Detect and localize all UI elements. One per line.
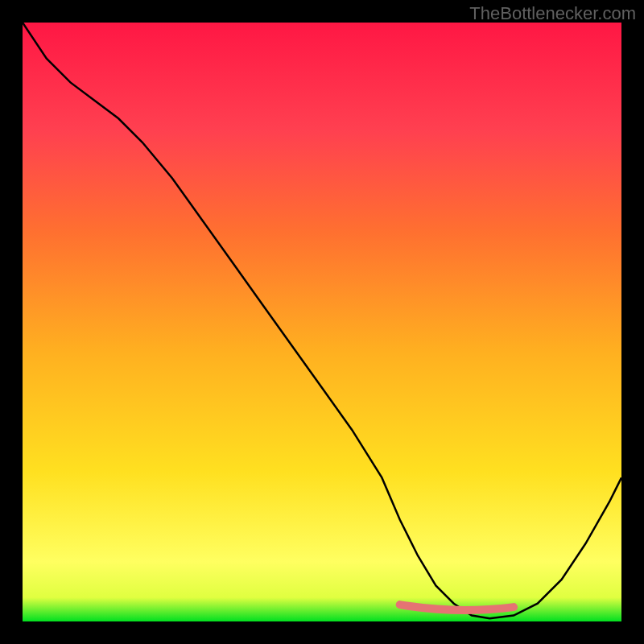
chart-area: [23, 23, 621, 621]
bottleneck-curve-line: [23, 23, 621, 618]
curve-overlay: [23, 23, 621, 621]
watermark-text: TheBottlenecker.com: [469, 3, 636, 24]
